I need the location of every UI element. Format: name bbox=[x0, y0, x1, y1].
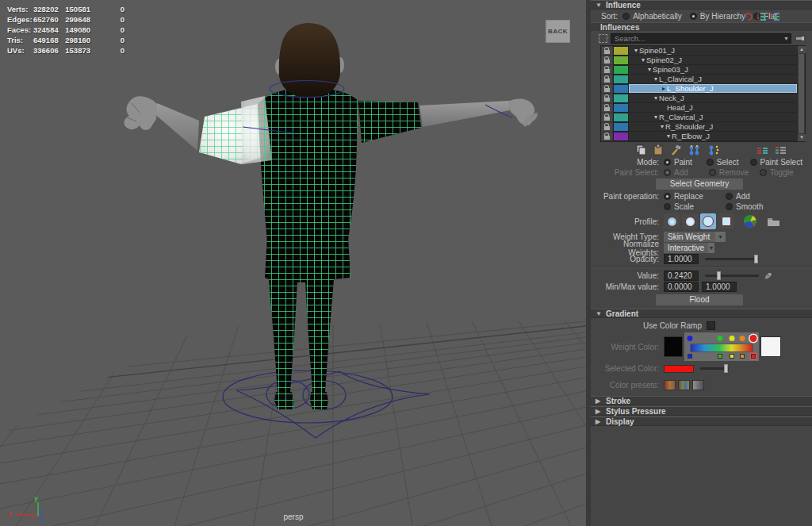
use-color-ramp-checkbox[interactable] bbox=[707, 321, 715, 330]
color-preset-rainbow[interactable] bbox=[678, 380, 690, 390]
section-header-stroke[interactable]: ▶ Stroke bbox=[591, 396, 812, 405]
lock-icon[interactable] bbox=[601, 113, 613, 122]
pin-influence-icon[interactable] bbox=[795, 34, 806, 43]
lock-icon[interactable] bbox=[601, 65, 613, 75]
opacity-field[interactable]: 1.0000 bbox=[664, 254, 699, 264]
op-scale-radio[interactable]: Scale bbox=[664, 202, 718, 211]
ramp-interp-blue[interactable] bbox=[688, 354, 692, 359]
mode-paint-select-radio[interactable]: Paint Select bbox=[750, 158, 802, 167]
sort-by-hierarchy-radio[interactable]: By Hierarchy bbox=[690, 12, 745, 21]
joint-color-swatch[interactable] bbox=[613, 84, 629, 94]
joint-color-swatch[interactable] bbox=[613, 132, 629, 141]
lock-icon[interactable] bbox=[601, 122, 613, 132]
select-region-icon[interactable] bbox=[599, 34, 607, 43]
weight-color-ramp[interactable] bbox=[684, 332, 759, 361]
section-header-display[interactable]: ▶ Display bbox=[591, 417, 812, 426]
toggle-hold-list-icon[interactable] bbox=[756, 145, 768, 155]
influence-row-l-clavical[interactable]: ▾L_Clavical_J bbox=[601, 75, 797, 84]
ramp-interp-red-selected[interactable] bbox=[751, 354, 756, 359]
flood-button[interactable]: Flood bbox=[656, 294, 743, 305]
max-weight-color-swatch[interactable] bbox=[760, 336, 781, 357]
ramp-brush-icon[interactable] bbox=[743, 214, 757, 228]
joint-color-swatch[interactable] bbox=[613, 46, 629, 56]
scroll-thumb[interactable] bbox=[799, 54, 804, 133]
color-preset-gray[interactable] bbox=[692, 380, 704, 390]
browse-brush-folder-icon[interactable] bbox=[767, 217, 780, 227]
lock-icon[interactable] bbox=[601, 56, 613, 65]
show-influenced-verts-icon[interactable] bbox=[707, 144, 720, 155]
scroll-down-icon[interactable]: ▼ bbox=[798, 134, 806, 141]
brush-profile-square[interactable] bbox=[718, 213, 734, 229]
influence-row-spine02[interactable]: ▾Spine02_J bbox=[601, 56, 797, 65]
lock-icon[interactable] bbox=[601, 84, 613, 94]
character-mesh[interactable] bbox=[124, 23, 538, 409]
search-dropdown-arrow-icon[interactable]: ▼ bbox=[783, 36, 789, 41]
normalize-weights-dropdown[interactable]: Interactive ▼ bbox=[664, 243, 714, 253]
joint-color-swatch[interactable] bbox=[613, 122, 629, 132]
brush-profile-soft[interactable] bbox=[664, 213, 680, 229]
influence-row-r-elbow[interactable]: ▾R_Elbow_J bbox=[601, 132, 797, 141]
influence-row-spine03[interactable]: ▾Spine03_J bbox=[601, 65, 797, 75]
section-header-influence[interactable]: ▼ Influence bbox=[591, 0, 812, 10]
sort-alphabetically-radio[interactable]: Alphabetically bbox=[622, 12, 682, 21]
back-button[interactable]: BACK bbox=[546, 20, 570, 43]
opacity-slider[interactable] bbox=[705, 258, 759, 260]
ramp-knob-orange[interactable] bbox=[740, 336, 745, 341]
toggle-color-list-icon[interactable] bbox=[775, 145, 787, 155]
weight-type-dropdown[interactable]: Skin Weight ▼ bbox=[664, 232, 726, 242]
ramp-interp-orange[interactable] bbox=[740, 354, 745, 359]
op-smooth-radio[interactable]: Smooth bbox=[726, 202, 763, 211]
hammer-weights-icon[interactable] bbox=[670, 144, 682, 155]
ramp-interp-green[interactable] bbox=[718, 354, 722, 359]
lock-icon[interactable] bbox=[601, 94, 613, 103]
max-value-field[interactable]: 1.0000 bbox=[702, 282, 737, 292]
ramp-knob-blue[interactable] bbox=[688, 336, 693, 341]
lock-icon[interactable] bbox=[601, 75, 613, 84]
influence-row-neck[interactable]: ▾Neck_J bbox=[601, 94, 797, 103]
value-slider[interactable] bbox=[705, 275, 759, 277]
refresh-influences-icon[interactable] bbox=[743, 11, 753, 21]
sort-list-up-icon[interactable] bbox=[770, 11, 780, 21]
3d-viewport[interactable]: y x z Verts:3282021505810 Edges:65276029… bbox=[0, 0, 586, 526]
ramp-gradient-bar[interactable] bbox=[690, 344, 753, 352]
set-value-pencil-icon[interactable]: ✎ bbox=[762, 271, 773, 279]
joint-color-swatch[interactable] bbox=[613, 113, 629, 122]
move-weights-icon[interactable] bbox=[688, 144, 701, 155]
lock-icon[interactable] bbox=[601, 46, 613, 56]
selected-color-slider[interactable] bbox=[700, 367, 729, 370]
copy-weights-icon[interactable] bbox=[635, 144, 646, 155]
section-header-stylus-pressure[interactable]: ▶ Stylus Pressure bbox=[591, 406, 812, 416]
joint-color-swatch[interactable] bbox=[613, 56, 629, 65]
ramp-knob-green[interactable] bbox=[718, 336, 723, 341]
ramp-knob-red-selected[interactable] bbox=[750, 335, 757, 342]
scroll-up-icon[interactable]: ▲ bbox=[798, 46, 806, 53]
sort-list-down-icon[interactable] bbox=[756, 11, 767, 21]
paint-select-add-radio[interactable]: Add bbox=[664, 168, 688, 177]
min-value-field[interactable]: 0.0000 bbox=[664, 282, 699, 292]
paint-select-toggle-radio[interactable]: Toggle bbox=[760, 168, 793, 177]
section-header-gradient[interactable]: ▼ Gradient bbox=[591, 309, 812, 318]
select-geometry-button[interactable]: Select Geometry bbox=[656, 179, 743, 190]
lock-icon[interactable] bbox=[601, 132, 613, 141]
joint-color-swatch[interactable] bbox=[613, 65, 629, 75]
influence-row-l-shoulder-selected[interactable]: ▸L_Shoulder_J bbox=[601, 84, 797, 94]
influence-row-head[interactable]: Head_J bbox=[601, 103, 797, 113]
brush-profile-hard-selected[interactable] bbox=[700, 213, 716, 229]
joint-color-swatch[interactable] bbox=[613, 103, 629, 113]
joint-color-swatch[interactable] bbox=[613, 75, 629, 84]
min-weight-color-swatch[interactable] bbox=[664, 336, 683, 357]
influence-row-r-clavical[interactable]: ▾R_Clavical_J bbox=[601, 113, 797, 122]
op-add-radio[interactable]: Add bbox=[726, 192, 750, 201]
selected-color-swatch[interactable] bbox=[664, 365, 694, 373]
brush-profile-medium[interactable] bbox=[682, 213, 698, 229]
mode-paint-radio[interactable]: Paint bbox=[664, 158, 692, 167]
color-preset-warm[interactable] bbox=[664, 380, 676, 390]
lock-icon[interactable] bbox=[601, 103, 613, 113]
value-field[interactable]: 0.2420 bbox=[664, 271, 699, 281]
paste-weights-icon[interactable] bbox=[653, 144, 664, 155]
ramp-knob-yellow[interactable] bbox=[730, 336, 735, 341]
paint-select-remove-radio[interactable]: Remove bbox=[709, 168, 749, 177]
joint-color-swatch[interactable] bbox=[613, 94, 629, 103]
ramp-interp-yellow[interactable] bbox=[730, 354, 734, 359]
mode-select-radio[interactable]: Select bbox=[707, 158, 739, 167]
